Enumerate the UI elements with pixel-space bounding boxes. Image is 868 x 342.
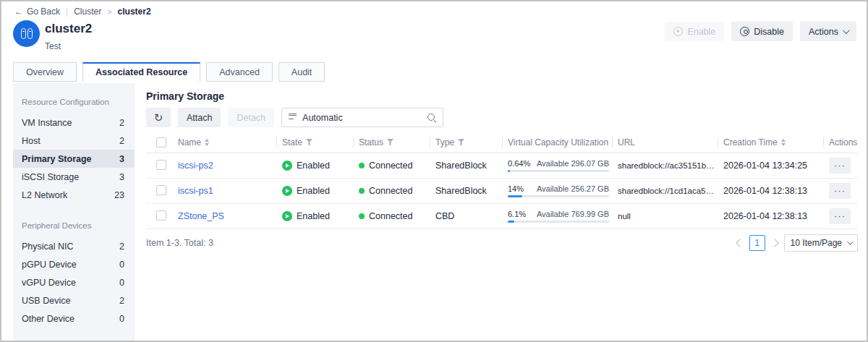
more-icon: ··· — [834, 213, 846, 220]
filter-funnel-icon[interactable] — [306, 139, 312, 145]
column-header-actions: Actions — [823, 137, 858, 148]
utilization-bar — [508, 221, 609, 223]
breadcrumb-separator-icon: > — [107, 7, 111, 16]
sidebar-item-physical-nic[interactable]: Physical NIC2 — [13, 237, 135, 255]
creation-time: 2026-01-04 13:34:25 — [718, 161, 823, 171]
storage-name-link[interactable]: iscsi-ps1 — [178, 186, 213, 196]
sidebar-section-title: Resource Configuration — [13, 89, 135, 114]
back-arrow-icon: ← — [14, 7, 23, 17]
search-icon[interactable] — [427, 113, 436, 122]
table-row: ZStone_PS Enabled Connected CBD 6.1%Avai… — [146, 204, 858, 229]
page-number[interactable]: 1 — [749, 235, 765, 251]
item-count-summary: Item 1-3. Total: 3 — [146, 238, 213, 248]
tab-bar: Overview Associated Resource Advanced Au… — [13, 62, 325, 82]
creation-time: 2026-01-04 12:38:13 — [718, 211, 823, 221]
column-header-status[interactable]: Status — [353, 137, 430, 148]
enabled-state-icon — [282, 186, 292, 196]
tab-associated-resource[interactable]: Associated Resource — [82, 62, 200, 82]
sidebar-item-l2-network[interactable]: L2 Network23 — [13, 186, 135, 204]
creation-time: 2026-01-04 12:38:13 — [718, 186, 823, 196]
more-icon: ··· — [834, 187, 846, 194]
sidebar-item-primary-storage[interactable]: Primary Storage3 — [13, 150, 135, 168]
capacity-utilization: 0.64%Available 296.07 GB — [502, 159, 612, 172]
connected-status-icon — [359, 213, 365, 219]
search-box[interactable] — [281, 108, 443, 127]
sidebar-item-iscsi-storage[interactable]: iSCSI Storage3 — [13, 168, 135, 186]
breadcrumb-divider: | — [66, 7, 68, 17]
utilization-bar — [508, 170, 609, 172]
sidebar-item-usb-device[interactable]: USB Device2 — [13, 291, 135, 309]
primary-storage-table: Name State Status Type Virtual Capacity … — [146, 132, 858, 229]
tab-advanced[interactable]: Advanced — [206, 62, 273, 82]
enabled-state-icon — [282, 161, 292, 171]
more-icon: ··· — [834, 162, 846, 169]
breadcrumb-cluster[interactable]: Cluster — [74, 7, 101, 17]
sidebar-item-host[interactable]: Host2 — [13, 132, 135, 150]
sidebar-item-vm-instance[interactable]: VM Instance2 — [13, 114, 135, 132]
storage-url: null — [612, 212, 718, 221]
table-row: iscsi-ps2 Enabled Connected SharedBlock … — [146, 153, 858, 179]
row-actions-button[interactable]: ··· — [829, 158, 851, 174]
sidebar-item-vgpu-device[interactable]: vGPU Device0 — [13, 273, 135, 291]
page-subtitle: Test — [45, 41, 61, 51]
storage-url: sharedblock://1cd1aca50171... — [612, 187, 718, 195]
row-checkbox[interactable] — [156, 185, 166, 195]
sort-icon[interactable] — [781, 139, 786, 146]
utilization-percent: 14% — [508, 184, 524, 193]
column-header-state[interactable]: State — [276, 137, 353, 148]
column-header-creation-time[interactable]: Creation Time — [718, 137, 823, 148]
section-heading: Primary Storage — [146, 90, 224, 102]
search-input[interactable] — [302, 113, 421, 123]
refresh-icon: ↻ — [154, 111, 163, 124]
row-checkbox[interactable] — [156, 160, 166, 170]
chevron-down-icon — [843, 27, 850, 34]
sidebar-section-title: Peripheral Devices — [13, 213, 135, 237]
filter-funnel-icon[interactable] — [387, 139, 393, 145]
column-header-name[interactable]: Name — [172, 137, 276, 148]
available-capacity: Available 769.99 GB — [537, 210, 609, 218]
sort-icon[interactable] — [205, 139, 209, 146]
utilization-bar — [508, 195, 609, 197]
row-checkbox[interactable] — [156, 210, 166, 221]
next-page-icon[interactable] — [770, 239, 778, 247]
connected-status-icon — [359, 163, 365, 168]
page-size-select[interactable]: 10 Item/Page — [784, 234, 858, 252]
storage-url: sharedblock://ac35151b53a2... — [612, 161, 718, 170]
refresh-button[interactable]: ↻ — [146, 108, 171, 127]
table-footer: Item 1-3. Total: 3 1 10 Item/Page — [146, 234, 858, 252]
toolbar: ↻ Attach Detach — [146, 108, 443, 127]
prev-page-icon[interactable] — [736, 239, 744, 247]
disable-button[interactable]: Disable — [731, 22, 793, 41]
cluster-detail-page: { "breadcrumb": { "back_label": "Go Back… — [0, 0, 868, 342]
row-actions-button[interactable]: ··· — [829, 208, 851, 224]
sidebar-item-pgpu-device[interactable]: pGPU Device0 — [13, 255, 135, 273]
select-all-checkbox[interactable] — [156, 137, 166, 148]
attach-button[interactable]: Attach — [178, 108, 221, 127]
storage-type: SharedBlock — [430, 161, 502, 171]
tab-audit[interactable]: Audit — [278, 62, 326, 82]
enabled-state-icon — [282, 211, 292, 221]
storage-type: CBD — [430, 211, 502, 221]
storage-type: SharedBlock — [430, 186, 502, 196]
storage-name-link[interactable]: ZStone_PS — [178, 211, 224, 221]
table-header-row: Name State Status Type Virtual Capacity … — [146, 132, 858, 153]
pagination: 1 10 Item/Page — [737, 234, 858, 252]
utilization-percent: 0.64% — [508, 159, 530, 168]
storage-name-link[interactable]: iscsi-ps2 — [178, 161, 213, 171]
enable-button[interactable]: Enable — [665, 22, 724, 41]
table-row: iscsi-ps1 Enabled Connected SharedBlock … — [146, 179, 858, 204]
row-actions-button[interactable]: ··· — [829, 183, 851, 199]
actions-dropdown-button[interactable]: Actions — [800, 22, 856, 41]
go-back-link[interactable]: ←Go Back — [14, 7, 60, 17]
detach-button[interactable]: Detach — [228, 108, 274, 127]
filter-funnel-icon[interactable] — [458, 139, 464, 145]
available-capacity: Available 256.27 GB — [537, 184, 609, 193]
column-header-url: URL — [612, 137, 718, 148]
filter-icon — [289, 114, 297, 121]
disable-icon — [740, 27, 749, 36]
resource-sidebar: Resource Configuration VM Instance2 Host… — [13, 83, 135, 341]
column-header-type[interactable]: Type — [430, 137, 502, 148]
tab-overview[interactable]: Overview — [13, 62, 77, 82]
sidebar-item-other-device[interactable]: Other Device0 — [13, 309, 135, 328]
connected-status-icon — [359, 188, 365, 194]
